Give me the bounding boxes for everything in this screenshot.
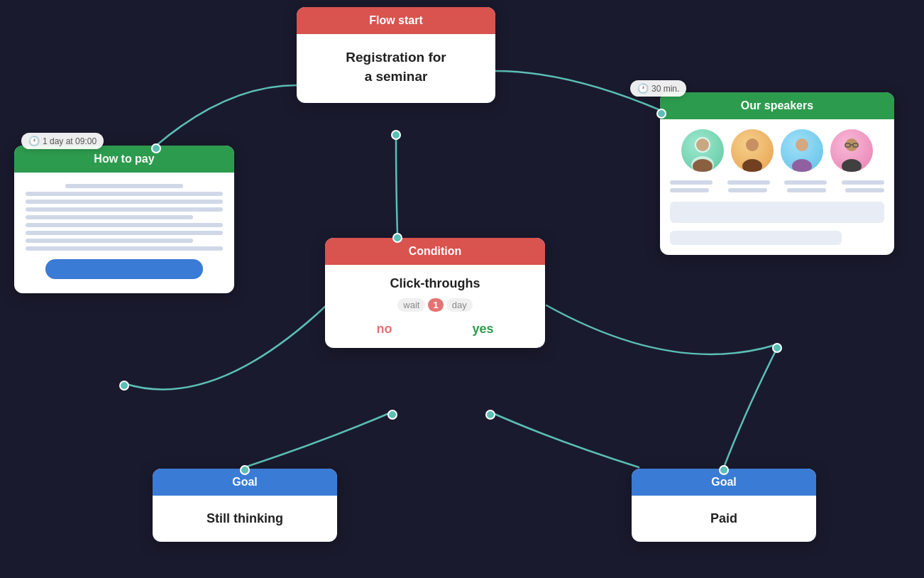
clock-icon-how-to-pay: 🕐 bbox=[28, 136, 40, 146]
svg-point-7 bbox=[792, 159, 812, 172]
svg-point-6 bbox=[796, 138, 808, 151]
speakers-avatars bbox=[670, 129, 884, 172]
flow-start-node[interactable]: Flow start Registration for a seminar bbox=[297, 7, 495, 103]
speaker-avatar-3 bbox=[781, 129, 823, 172]
goal-left-body: Still thinking bbox=[207, 511, 283, 525]
speaker-avatar-2 bbox=[731, 129, 774, 172]
clock-icon-speakers: 🕐 bbox=[637, 83, 649, 94]
svg-point-4 bbox=[746, 138, 759, 151]
goal-left-node[interactable]: Goal Still thinking bbox=[153, 469, 337, 542]
how-to-pay-cta-button[interactable] bbox=[45, 259, 203, 279]
condition-node[interactable]: Condition Click-throughs wait 1 day no y… bbox=[325, 238, 545, 348]
wait-day: day bbox=[446, 298, 473, 312]
goal-right-body: Paid bbox=[710, 511, 737, 525]
flow-start-header: Flow start bbox=[297, 7, 495, 34]
speakers-text-lines bbox=[670, 180, 884, 245]
branch-no: no bbox=[376, 322, 392, 337]
how-to-pay-node[interactable]: How to pay bbox=[14, 146, 234, 293]
branch-yes: yes bbox=[472, 322, 493, 337]
speaker-avatar-1 bbox=[681, 129, 724, 172]
speakers-header: Our speakers bbox=[660, 92, 894, 119]
svg-point-9 bbox=[842, 159, 862, 172]
how-to-pay-content bbox=[26, 184, 223, 251]
how-to-pay-header: How to pay bbox=[14, 146, 234, 173]
condition-branches: no yes bbox=[336, 322, 534, 337]
timing-label-how-to-pay: 1 day at 09:00 bbox=[43, 136, 97, 146]
condition-header: Condition bbox=[325, 238, 545, 265]
flow-start-body-line2: a seminar bbox=[365, 69, 428, 84]
timing-badge-how-to-pay: 🕐 1 day at 09:00 bbox=[21, 133, 104, 149]
condition-wait-row: wait 1 day bbox=[336, 298, 534, 312]
flow-start-body-line1: Registration for bbox=[346, 50, 446, 65]
timing-badge-speakers: 🕐 30 min. bbox=[630, 80, 686, 97]
svg-point-2 bbox=[696, 138, 709, 151]
goal-right-node[interactable]: Goal Paid bbox=[632, 469, 816, 542]
speaker-avatar-4 bbox=[830, 129, 873, 172]
timing-label-speakers: 30 min. bbox=[651, 84, 679, 94]
condition-title: Click-throughs bbox=[336, 276, 534, 291]
svg-point-5 bbox=[742, 159, 762, 172]
speakers-node[interactable]: Our speakers bbox=[660, 92, 894, 255]
wait-number: 1 bbox=[428, 298, 443, 312]
wait-label: wait bbox=[397, 298, 425, 312]
